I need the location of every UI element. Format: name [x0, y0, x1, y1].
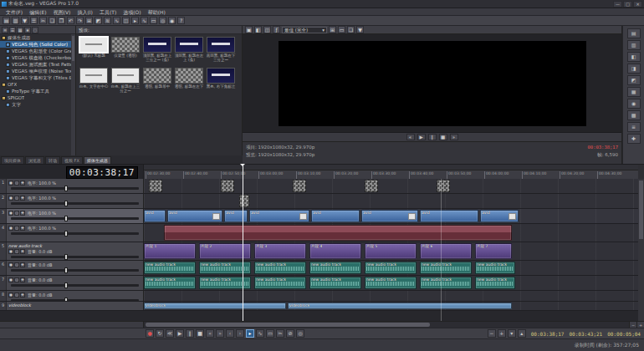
- play-from-start-button[interactable]: ≪: [166, 329, 174, 338]
- track-lane[interactable]: [144, 194, 638, 208]
- preset-item[interactable]: 白色, 标题在上三分之一: [110, 68, 141, 97]
- video-scopes-icon[interactable]: ◉: [627, 99, 641, 109]
- previous-frame-button[interactable]: ‹: [226, 329, 234, 338]
- timeline-event[interactable]: [293, 180, 306, 192]
- timeline-event[interactable]: [221, 180, 234, 192]
- fader-thumb[interactable]: [64, 186, 68, 191]
- thumbnail-view-icon[interactable]: ▦: [17, 27, 23, 33]
- generator-tree-item[interactable]: VEGAS 纯色 (Solid Color): [0, 41, 71, 48]
- timeline-event[interactable]: new audio track: [365, 277, 417, 289]
- track-header[interactable]: 2●○✚电平: 100.0 %: [0, 194, 144, 208]
- paste-icon[interactable]: ❐: [58, 17, 65, 24]
- timeline-event[interactable]: new audio track: [365, 262, 417, 274]
- track-solo-button[interactable]: ○: [14, 211, 19, 216]
- selection-length-timecode[interactable]: 00:00:05;04: [607, 331, 641, 337]
- preview-quality-icon[interactable]: ◧: [254, 26, 262, 33]
- playhead[interactable]: [243, 165, 243, 321]
- track-fx-button[interactable]: ✚: [20, 262, 25, 267]
- track-lane[interactable]: [144, 224, 638, 242]
- lock-envelopes-icon[interactable]: ∿: [113, 17, 120, 24]
- fader-thumb[interactable]: [64, 216, 68, 221]
- track-solo-button[interactable]: ○: [14, 292, 19, 298]
- timeline-event[interactable]: avid: [224, 210, 248, 222]
- hscroll-track[interactable]: [144, 322, 629, 328]
- dock-tab-inactive[interactable]: 转场: [45, 156, 60, 164]
- timeline-event[interactable]: avid: [480, 210, 519, 222]
- timeline-event[interactable]: 片段 6: [420, 243, 472, 259]
- maximize-button[interactable]: □: [623, 1, 632, 8]
- loop-playback-button[interactable]: ↻: [156, 329, 164, 338]
- auto-crossfade-icon[interactable]: ◩: [95, 17, 102, 24]
- selection-edit-tool-icon[interactable]: ▭: [150, 17, 157, 24]
- next-frame-button[interactable]: ›: [236, 329, 244, 338]
- track-fx-button[interactable]: ✚: [20, 277, 25, 282]
- track-mute-button[interactable]: ●: [8, 292, 13, 298]
- generator-tree-item[interactable]: SPIGOT: [0, 94, 71, 101]
- normal-edit-tool-icon[interactable]: ▸: [131, 17, 139, 24]
- open-project-icon[interactable]: ▥: [12, 17, 19, 24]
- plugin-manager-icon[interactable]: ✚: [627, 134, 641, 144]
- pause-button[interactable]: ‖: [186, 329, 194, 338]
- dock-tab-inactive[interactable]: 视频 FX: [61, 156, 83, 164]
- ignore-event-grouping-icon[interactable]: ◫: [122, 17, 130, 24]
- copy-snapshot-icon[interactable]: ❏: [347, 26, 355, 33]
- timeline-event[interactable]: new audio track: [144, 277, 196, 289]
- track-header[interactable]: 1●○✚电平: 100.0 %: [0, 179, 144, 193]
- copy-icon[interactable]: ❏: [49, 17, 56, 24]
- selection-end-timecode[interactable]: 00:03:43;21: [570, 331, 603, 337]
- timeline-event[interactable]: new audio track: [144, 262, 196, 274]
- track-fader[interactable]: [11, 187, 139, 190]
- fader-thumb[interactable]: [64, 231, 68, 237]
- track-lane[interactable]: new audio tracknew audio tracknew audio …: [144, 276, 638, 290]
- zoom-out-time-button[interactable]: −: [488, 329, 496, 338]
- track-fader[interactable]: [11, 269, 139, 272]
- timeline-event[interactable]: videoblock: [144, 303, 286, 309]
- play-button[interactable]: ▶: [417, 134, 426, 140]
- timeline-event[interactable]: new audio track: [254, 262, 306, 274]
- track-fx-button[interactable]: ✚: [20, 181, 25, 186]
- project-video-properties-icon[interactable]: ▣: [245, 26, 253, 33]
- split-screen-view-icon[interactable]: ◫: [263, 26, 271, 33]
- enable-snapping-icon[interactable]: ⊞: [85, 17, 93, 24]
- timeline-event[interactable]: avid: [361, 210, 418, 222]
- interactive-tutorials-icon[interactable]: ◉: [168, 17, 176, 24]
- new-project-icon[interactable]: ▤: [3, 17, 10, 24]
- timeline-event[interactable]: 片段 7: [475, 243, 512, 259]
- play-button[interactable]: ▶: [176, 329, 184, 338]
- preset-item[interactable]: 顶部黑, 标题在左上 (条): [174, 37, 204, 66]
- transitions-icon[interactable]: ◧: [627, 52, 641, 62]
- preview-quality-dropdown[interactable]: 最佳 (完全)▾: [282, 27, 327, 33]
- video-fx-icon[interactable]: ◨: [627, 64, 641, 74]
- generator-tree-item[interactable]: VEGAS 色彩渐变 (Color Gradient): [0, 48, 71, 54]
- timeline-event[interactable]: [149, 180, 162, 192]
- add-to-favorites-icon[interactable]: ★: [24, 27, 31, 33]
- grid-overlay-icon[interactable]: ⊞: [329, 26, 336, 33]
- track-lane[interactable]: videoblockvideoblock: [144, 302, 638, 310]
- preset-item[interactable]: 仅背景 (透明): [110, 37, 141, 66]
- timeline-event[interactable]: avid: [249, 210, 309, 222]
- zoom-out-button[interactable]: −: [629, 322, 636, 328]
- safe-areas-icon[interactable]: ▭: [338, 26, 345, 33]
- track-lane[interactable]: [144, 291, 638, 301]
- timeline-event[interactable]: avid: [311, 210, 360, 222]
- track-header[interactable]: 3●○✚电平: 100.0 %: [0, 209, 144, 223]
- track-fader[interactable]: [11, 256, 139, 258]
- track-mute-button[interactable]: ●: [8, 277, 13, 282]
- generator-tree-item[interactable]: 媒体生成器: [0, 34, 71, 41]
- go-to-end-button[interactable]: »: [216, 329, 224, 338]
- selection-start-timecode[interactable]: 00:03:38;17: [531, 331, 565, 337]
- marker-bar[interactable]: [144, 165, 638, 170]
- track-mute-button[interactable]: ●: [8, 249, 13, 254]
- track-solo-button[interactable]: ○: [14, 181, 19, 186]
- fader-thumb[interactable]: [64, 267, 68, 273]
- generator-tree-item[interactable]: VEGAS 测试图案 (Test Pattern): [0, 61, 71, 68]
- track-header[interactable]: 7●○✚音量: 0.0 dB: [0, 276, 144, 290]
- timeline-event[interactable]: new audio track: [309, 262, 361, 274]
- track-fader[interactable]: [11, 232, 139, 235]
- cut-icon[interactable]: ✂: [39, 17, 47, 24]
- generator-tree-item[interactable]: OFX: [0, 81, 71, 88]
- hscroll-thumb[interactable]: [146, 323, 430, 327]
- minimize-button[interactable]: —: [613, 1, 622, 8]
- timeline-event[interactable]: [239, 195, 249, 207]
- generator-tree-item[interactable]: VEGAS 噪声纹理 (Noise Texture): [0, 68, 71, 74]
